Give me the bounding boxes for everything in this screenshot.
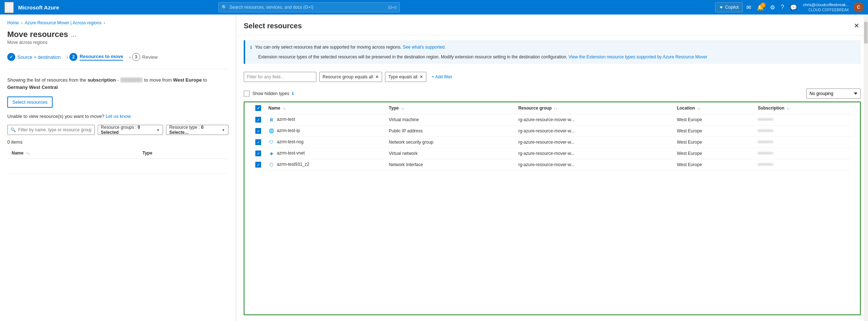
search-input[interactable]: [230, 5, 386, 10]
copilot-button[interactable]: ✦ Copilot: [715, 2, 743, 12]
row-subscription: ••••••••••: [754, 125, 853, 137]
view-extension-link[interactable]: View the Extension resource types suppor…: [569, 54, 707, 59]
row-checkbox-cell[interactable]: [252, 137, 265, 148]
see-whats-supported-link[interactable]: See what's supported.: [403, 45, 446, 50]
row-subscription: ••••••••••: [754, 148, 853, 159]
step2-num: 2: [69, 53, 77, 61]
add-filter-button[interactable]: + Add filter: [429, 73, 454, 81]
panel-col-name[interactable]: Name ↑↓: [265, 102, 385, 114]
row-type: Virtual machine: [385, 114, 515, 125]
table-row[interactable]: 🛡 azrm-test-nsg Network security group r…: [252, 137, 853, 148]
rt-filter-label: Resource type : 0 Selecte…: [169, 125, 219, 135]
name-filter-input-container[interactable]: 🔍: [7, 125, 95, 135]
row-checkbox-cell[interactable]: [252, 148, 265, 159]
step-resources[interactable]: 2 Resources to move: [69, 51, 127, 63]
panel-type-tag-remove[interactable]: ✕: [419, 74, 423, 79]
resource-groups-filter[interactable]: Resource groups : 0 Selected ▼: [98, 125, 163, 135]
row-name: 🖥 azrm-test: [265, 114, 385, 125]
scroll-thumb[interactable]: [864, 22, 868, 44]
panel-type-tag[interactable]: Type equals all ✕: [385, 72, 426, 82]
settings-icon-btn[interactable]: ⚙: [768, 2, 777, 13]
let-us-know-link[interactable]: Let us know: [106, 114, 131, 119]
select-resources-button[interactable]: Select resources: [7, 96, 53, 108]
row-type: Virtual network: [385, 148, 515, 159]
grouping-select[interactable]: No grouping Resource group Type Location: [806, 89, 861, 99]
select-all-checkbox[interactable]: [255, 105, 261, 111]
row-location: West Europe: [673, 125, 754, 137]
rg-filter-chevron: ▼: [156, 128, 160, 132]
search-icon: 🔍: [222, 5, 227, 10]
panel-filter-input[interactable]: [244, 72, 316, 82]
breadcrumb-mover[interactable]: Azure Resource Mover | Across regions: [25, 20, 101, 25]
row-resource-group: rg-azure-resource-mover-w...: [515, 125, 673, 137]
help-icon-btn[interactable]: ?: [779, 2, 786, 13]
page-more-options[interactable]: ...: [71, 31, 77, 38]
row-checkbox[interactable]: [255, 117, 261, 123]
page-header: Move resources ... Move across regions: [7, 30, 228, 45]
unable-text: Unable to view resource(s) you want to m…: [7, 114, 228, 119]
show-hidden-info-icon: ℹ: [292, 91, 294, 96]
app-title: Microsoft Azure: [18, 4, 59, 11]
panel-rg-tag-remove[interactable]: ✕: [375, 74, 379, 79]
col-type[interactable]: Type: [138, 148, 228, 159]
table-row[interactable]: 🌐 azrm-test-ip Public IP address rg-azur…: [252, 125, 853, 137]
row-resource-group: rg-azure-resource-mover-w...: [515, 148, 673, 159]
table-row[interactable]: ◈ azrm-test-vnet Virtual network rg-azur…: [252, 148, 853, 159]
from-region: West Europe: [173, 77, 202, 83]
feedback-icon-btn[interactable]: 💬: [788, 2, 799, 13]
search-box[interactable]: 🔍 (G+/): [218, 2, 400, 12]
step1-num: ✓: [7, 53, 15, 61]
row-subscription: ••••••••••: [754, 137, 853, 148]
copilot-icon: ✦: [719, 4, 723, 10]
notifications-icon-btn[interactable]: 🔔 2: [755, 2, 766, 13]
step-sep1: ›: [66, 54, 68, 60]
row-checkbox[interactable]: [255, 128, 261, 134]
panel-col-rg[interactable]: Resource group ↑↓: [515, 102, 673, 114]
col-checkbox[interactable]: [252, 102, 265, 114]
name-sort-icon: ↑↓: [26, 151, 30, 155]
panel-rg-sort: ↑↓: [554, 107, 557, 110]
step-sep2: ›: [129, 54, 130, 60]
empty-table-row: [7, 159, 228, 174]
row-checkbox[interactable]: [255, 151, 261, 156]
panel-col-type[interactable]: Type ↑↓: [385, 102, 515, 114]
notification-badge: 2: [760, 3, 766, 8]
hamburger-icon[interactable]: ☰: [4, 2, 14, 13]
row-type: Public IP address: [385, 125, 515, 137]
user-info: chris@cloudcoffeebreak... CLOUD COFFEEBR…: [801, 2, 851, 12]
avatar[interactable]: C: [853, 2, 864, 12]
step3-label: Review: [142, 54, 158, 60]
row-checkbox[interactable]: [255, 162, 261, 168]
panel-col-subscription[interactable]: Subscription ↑↓: [754, 102, 853, 114]
panel-rg-tag[interactable]: Resource group equals all ✕: [319, 72, 382, 82]
row-checkbox-cell[interactable]: [252, 125, 265, 137]
email-icon-btn[interactable]: ✉: [744, 2, 753, 13]
breadcrumb-home[interactable]: Home: [7, 20, 19, 25]
panel-close-button[interactable]: ✕: [852, 20, 861, 31]
step-source[interactable]: ✓ Source + destination: [7, 51, 65, 63]
scroll-track[interactable]: [864, 15, 868, 321]
row-name-text: azrm-test-vnet: [277, 151, 305, 156]
row-name-text: azrm-test-ip: [277, 128, 300, 133]
user-profile[interactable]: chris@cloudcoffeebreak... CLOUD COFFEEBR…: [801, 2, 864, 12]
showing-middle: to move from: [144, 77, 172, 83]
row-name-text: azrm-test-nsg: [277, 139, 303, 144]
resource-type-filter[interactable]: Resource type : 0 Selecte… ▼: [166, 125, 228, 135]
step-review[interactable]: 3 Review: [132, 51, 162, 63]
name-filter-input[interactable]: [18, 127, 92, 132]
panel-col-location[interactable]: Location ↑↓: [673, 102, 754, 114]
row-checkbox-cell[interactable]: [252, 114, 265, 125]
row-checkbox[interactable]: [255, 139, 261, 145]
col-name[interactable]: Name ↑↓: [7, 148, 138, 159]
info-text-1: You can only select resources that are s…: [255, 44, 446, 50]
table-row[interactable]: 🖥 azrm-test Virtual machine rg-azure-res…: [252, 114, 853, 125]
table-row[interactable]: ⬡ azrm-test931_z2 Network Interface rg-a…: [252, 159, 853, 170]
row-name-text: azrm-test931_z2: [277, 162, 309, 167]
panel-type-tag-label: Type equals all: [388, 74, 417, 79]
step2-label: Resources to move: [80, 54, 123, 61]
show-hidden-checkbox[interactable]: [244, 91, 250, 96]
row-name: ⬡ azrm-test931_z2: [265, 159, 385, 170]
row-type-icon: 🛡: [268, 139, 274, 145]
row-resource-group: rg-azure-resource-mover-w...: [515, 159, 673, 170]
row-checkbox-cell[interactable]: [252, 159, 265, 170]
